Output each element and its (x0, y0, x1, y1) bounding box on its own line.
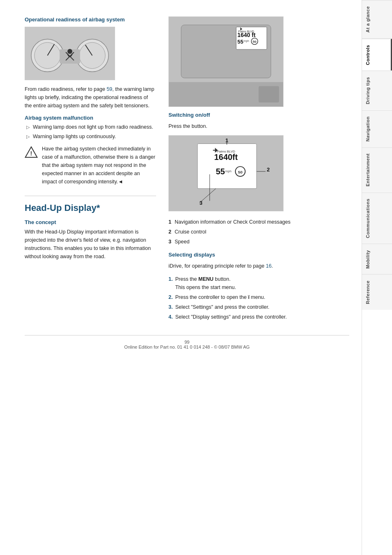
sidebar-tab-navigation[interactable]: Navigation (362, 110, 392, 147)
step-4: 4. Select "Display settings" and press t… (168, 313, 349, 321)
svg-text:mph: mph (225, 169, 231, 173)
sidebar-tab-communications[interactable]: Communications (362, 192, 392, 244)
sidebar-tab-entertainment[interactable]: Entertainment (362, 147, 392, 192)
hud-title: Head-Up Display* (25, 203, 156, 213)
svg-text:50: 50 (238, 170, 243, 174)
svg-text:55: 55 (216, 167, 225, 176)
selecting-displays-intro: iDrive, for operating principle refer to… (168, 262, 349, 270)
main-content: Operational readiness of airbag system (0, 0, 362, 555)
page-ref-16[interactable]: 16 (266, 263, 272, 269)
numbered-item-3: 3 Speed (168, 238, 349, 246)
operational-readiness-body: From radio readiness, refer to page 59, … (25, 85, 156, 110)
numbered-item-2: 2 Cruise control (168, 228, 349, 236)
sidebar-tab-mobility[interactable]: Mobility (362, 244, 392, 275)
warning-text: Have the airbag system checked immediate… (42, 145, 156, 186)
warning-triangle-icon: ! (25, 146, 38, 159)
sidebar-tab-at-a-glance[interactable]: At a glance (362, 0, 392, 39)
selecting-displays-heading: Selecting displays (168, 252, 349, 258)
step-3: 3. Select "Settings" and press the contr… (168, 303, 349, 311)
svg-text:!: ! (30, 150, 32, 157)
page-number: 99 (184, 340, 189, 345)
page-ref-59[interactable]: 59 (106, 86, 112, 92)
numbered-item-1: 1 Navigation information or Check Contro… (168, 218, 349, 226)
step-1: 1. Press the MENU button.This opens the … (168, 275, 349, 291)
list-item: ▷ Warning lamp does not light up from ra… (25, 123, 156, 131)
svg-text:1640 ft: 1640 ft (238, 32, 256, 38)
arrow-icon: ▷ (26, 133, 30, 140)
hud-small-image: 1 Palms BLVD 1640ft 55 mph 50 2 (168, 135, 284, 211)
copyright-text: Online Edition for Part no. 01 41 0 014 … (124, 345, 249, 349)
hud-concept-heading: The concept (25, 219, 156, 225)
list-item: ▷ Warning lamp lights up continuously. (25, 133, 156, 141)
dashboard-image (25, 27, 115, 80)
dashboard-svg (25, 27, 115, 80)
warning-box: ! Have the airbag system checked immedia… (25, 145, 156, 186)
selecting-displays-steps: 1. Press the MENU button.This opens the … (168, 275, 349, 321)
page-footer: 99 Online Edition for Part no. 01 41 0 0… (25, 335, 349, 349)
svg-text:50: 50 (253, 40, 256, 44)
sidebar-tab-driving-tips[interactable]: Driving tips (362, 71, 392, 110)
switching-heading: Switching on/off (168, 112, 349, 118)
svg-rect-29 (258, 86, 279, 103)
operational-readiness-heading: Operational readiness of airbag system (25, 16, 156, 23)
numbered-items-list: 1 Navigation information or Check Contro… (168, 218, 349, 246)
sidebar-tab-reference[interactable]: Reference (362, 274, 392, 310)
svg-point-8 (67, 49, 72, 54)
svg-text:1: 1 (225, 137, 228, 143)
hud-concept-body: With the Head-Up Display important infor… (25, 228, 156, 261)
airbag-malfunction-heading: Airbag system malfunction (25, 115, 156, 121)
sidebar-tabs: At a glance Controls Driving tips Naviga… (362, 0, 392, 555)
step-2: 2. Press the controller to open the ї me… (168, 293, 349, 301)
svg-text:1640ft: 1640ft (214, 153, 238, 162)
hud-numbered-svg: 1 Palms BLVD 1640ft 55 mph 50 2 (169, 135, 283, 211)
hud-car-svg: Palms BLVD 1640 ft 55 mph 50 (169, 16, 283, 107)
sidebar-tab-controls[interactable]: Controls (362, 39, 392, 71)
svg-text:mph: mph (244, 39, 249, 43)
hud-large-image: Palms BLVD 1640 ft 55 mph 50 (168, 16, 284, 107)
svg-text:55: 55 (238, 39, 243, 45)
airbag-malfunction-list: ▷ Warning lamp does not light up from ra… (25, 123, 156, 141)
arrow-icon: ▷ (26, 124, 30, 131)
svg-text:2: 2 (267, 166, 270, 173)
hud-section: Head-Up Display* The concept With the He… (25, 196, 156, 261)
switching-body: Press the button. (168, 122, 349, 130)
